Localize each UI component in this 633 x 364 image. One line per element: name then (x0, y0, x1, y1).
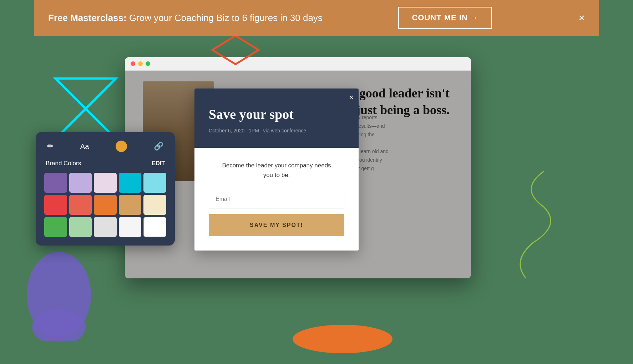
banner-text: Free Masterclass: Grow your Coaching Biz… (48, 12, 323, 24)
modal-description: Become the leader your company needs you… (209, 161, 344, 180)
oval-decoration (293, 325, 393, 353)
modal-body: Become the leader your company needs you… (194, 148, 359, 251)
modal-close-button[interactable]: × (349, 93, 354, 101)
color-swatch-cyan[interactable] (119, 173, 142, 193)
color-swatches-grid (44, 173, 166, 237)
color-swatch-orange[interactable] (94, 195, 117, 215)
color-swatch-light-cyan[interactable] (143, 173, 166, 193)
modal-header: Save your spot October 6, 2020 · 1PM · v… (194, 89, 359, 148)
browser-content: Being a good leader isn't just being a b… (125, 71, 471, 278)
color-swatch-coral[interactable] (69, 195, 92, 215)
banner-close-button[interactable]: × (578, 12, 585, 24)
color-swatch-light-gray[interactable] (94, 217, 117, 237)
email-input[interactable] (209, 190, 344, 208)
save-my-spot-button[interactable]: SAVE MY SPOT! (209, 214, 344, 236)
svg-marker-0 (212, 36, 259, 64)
modal-overlay: Save your spot October 6, 2020 · 1PM · v… (125, 71, 471, 278)
link-icon[interactable]: 🔗 (154, 142, 163, 151)
color-swatch-light-purple[interactable] (69, 173, 92, 193)
text-tool-label[interactable]: Aa (80, 142, 89, 151)
diamond-decoration (211, 34, 260, 67)
browser-window: Being a good leader isn't just being a b… (125, 57, 471, 278)
modal-subtitle: October 6, 2020 · 1PM · via web conferen… (209, 128, 344, 133)
browser-dot-green (146, 61, 150, 66)
browser-dot-red (131, 61, 135, 66)
color-swatch-white[interactable] (143, 217, 166, 237)
browser-titlebar (125, 57, 471, 71)
color-picker-panel: ✏ Aa 🔗 Brand Colors EDIT (36, 132, 175, 246)
count-me-in-button[interactable]: COUNT ME IN → (398, 7, 492, 29)
svg-marker-3 (55, 79, 116, 139)
edit-button[interactable]: EDIT (152, 160, 165, 167)
squiggle-decoration (490, 171, 562, 280)
color-swatch-near-white[interactable] (119, 217, 142, 237)
color-swatch-red[interactable] (44, 195, 67, 215)
color-swatch-tan[interactable] (119, 195, 142, 215)
color-swatch-light-green[interactable] (69, 217, 92, 237)
modal-title: Save your spot (209, 106, 344, 122)
pen-icon[interactable]: ✏ (47, 142, 54, 151)
blob-decoration (20, 248, 98, 343)
color-swatch-green[interactable] (44, 217, 67, 237)
panel-toolbar: ✏ Aa 🔗 (44, 141, 166, 152)
color-swatch-purple[interactable] (44, 173, 67, 193)
color-swatch-cream[interactable] (143, 195, 166, 215)
color-dot[interactable] (116, 141, 127, 152)
promo-banner: Free Masterclass: Grow your Coaching Biz… (34, 0, 599, 36)
brand-colors-label: Brand Colors (46, 160, 81, 167)
modal-dialog: Save your spot October 6, 2020 · 1PM · v… (194, 89, 359, 251)
color-swatch-pale-purple[interactable] (94, 173, 117, 193)
brand-colors-header: Brand Colors EDIT (44, 160, 166, 167)
browser-dot-yellow (138, 61, 143, 66)
